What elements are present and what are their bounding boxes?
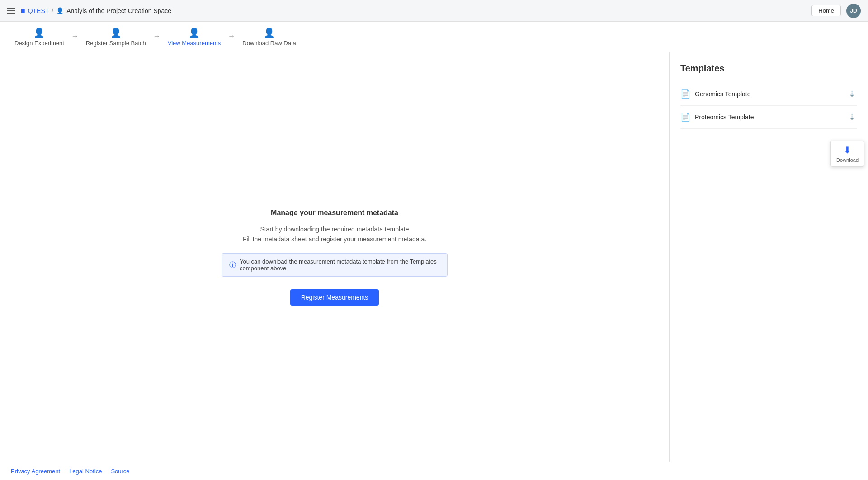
template-item-proteomics: 📄 Proteomics Template ⇣ (680, 106, 857, 129)
footer-source-link[interactable]: Source (111, 468, 129, 475)
step-design-label: Design Experiment (14, 40, 64, 47)
register-measurements-button[interactable]: Register Measurements (290, 289, 379, 306)
step-download-raw[interactable]: 👤 Download Raw Data (242, 27, 296, 47)
template-item-genomics: 📄 Genomics Template ⇣ (680, 83, 857, 106)
step-view-measurements[interactable]: 👤 View Measurements (168, 27, 221, 47)
arrow-2: → (153, 32, 160, 42)
step-design-experiment[interactable]: 👤 Design Experiment (14, 27, 64, 47)
download-popover-label: Download (836, 157, 859, 163)
info-box: ⓘ You can download the measurement metad… (222, 253, 448, 277)
content-center: Manage your measurement metadata Start b… (0, 52, 669, 462)
project-icon: ■ (21, 7, 25, 15)
step-view-icon: 👤 (189, 27, 200, 38)
templates-panel: Templates 📄 Genomics Template ⇣ 📄 Proteo… (669, 52, 868, 462)
main-area: Manage your measurement metadata Start b… (0, 52, 868, 462)
download-popover-icon: ⬇ (844, 145, 851, 155)
desc-line1: Start by downloading the required metada… (260, 226, 409, 233)
step-register-label: Register Sample Batch (86, 40, 146, 47)
desc-line2: Fill the metadata sheet and register you… (243, 235, 426, 243)
breadcrumb: ■ QTEST / 👤 Analyis of the Project Creat… (21, 7, 171, 15)
page-title: Analyis of the Project Creation Space (66, 7, 171, 14)
footer-legal-link[interactable]: Legal Notice (69, 468, 102, 475)
step-register-sample[interactable]: 👤 Register Sample Batch (86, 27, 146, 47)
file-icon-genomics: 📄 (680, 89, 690, 99)
header-left: ■ QTEST / 👤 Analyis of the Project Creat… (7, 7, 171, 15)
template-left-genomics: 📄 Genomics Template (680, 89, 750, 99)
footer-privacy-link[interactable]: Privacy Agreement (11, 468, 60, 475)
step-download-label: Download Raw Data (242, 40, 296, 47)
download-proteomics-button[interactable]: ⇣ (847, 110, 857, 124)
step-view-label: View Measurements (168, 40, 221, 47)
download-popover: ⬇ Download (830, 141, 864, 167)
templates-title: Templates (680, 63, 857, 74)
step-register-icon: 👤 (110, 27, 122, 38)
avatar[interactable]: JD (846, 4, 861, 18)
genomics-template-name: Genomics Template (695, 90, 750, 98)
step-design-icon: 👤 (33, 27, 45, 38)
arrow-1: → (71, 32, 79, 42)
template-left-proteomics: 📄 Proteomics Template (680, 112, 754, 122)
page-icon: 👤 (56, 7, 64, 14)
info-icon: ⓘ (229, 261, 236, 269)
content-description: Start by downloading the required metada… (243, 224, 426, 245)
home-button[interactable]: Home (811, 5, 841, 16)
content-title: Manage your measurement metadata (271, 209, 398, 217)
header: ■ QTEST / 👤 Analyis of the Project Creat… (0, 0, 868, 22)
file-icon-proteomics: 📄 (680, 112, 690, 122)
project-name[interactable]: QTEST (28, 7, 49, 14)
arrow-3: → (228, 32, 235, 42)
info-text: You can download the measurement metadat… (240, 258, 440, 272)
step-download-icon: 👤 (264, 27, 275, 38)
footer: Privacy Agreement Legal Notice Source (0, 462, 868, 480)
proteomics-template-name: Proteomics Template (695, 113, 754, 121)
breadcrumb-separator: / (52, 7, 53, 14)
workflow-steps: 👤 Design Experiment → 👤 Register Sample … (0, 22, 868, 52)
header-right: Home JD (811, 4, 861, 18)
download-genomics-button[interactable]: ⇣ (847, 87, 857, 101)
hamburger-menu[interactable] (7, 8, 15, 14)
